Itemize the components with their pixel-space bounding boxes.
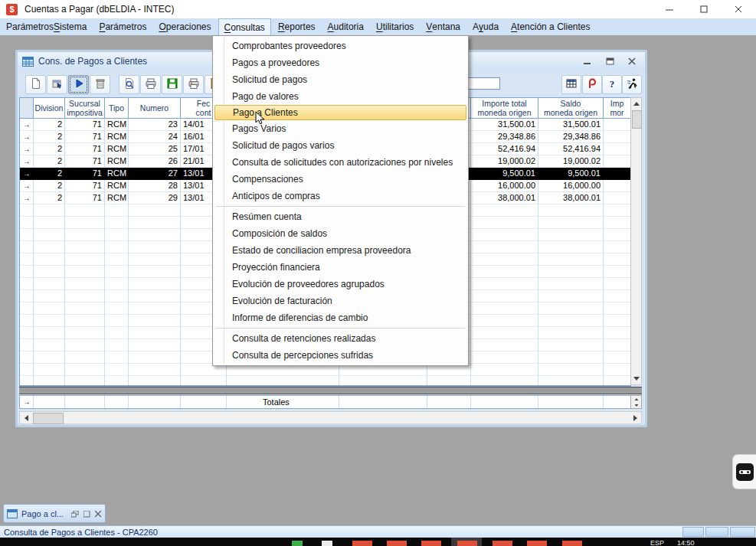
table-cell[interactable] (471, 229, 538, 241)
menubar-item-utilitarios[interactable]: Utilitarios (371, 18, 419, 35)
child-close-button[interactable] (627, 56, 637, 67)
table-cell[interactable] (604, 266, 631, 278)
table-cell[interactable]: 27 (129, 168, 181, 180)
table-cell[interactable] (538, 278, 604, 290)
table-cell[interactable]: → (20, 180, 34, 192)
table-cell[interactable] (34, 315, 65, 327)
table-cell[interactable] (604, 168, 631, 180)
table-cell[interactable] (105, 327, 129, 339)
column-header-division[interactable]: Division (34, 98, 65, 119)
table-cell[interactable] (105, 241, 129, 253)
menu-item-pago-de-valores[interactable]: Pago de valores (214, 88, 466, 105)
table-cell[interactable]: 2 (34, 180, 65, 192)
table-cell[interactable] (20, 339, 34, 351)
table-cell[interactable] (538, 241, 604, 253)
table-cell[interactable] (129, 315, 181, 327)
minimized-restore-button[interactable] (71, 507, 79, 521)
menu-item-pagos-a-proveedores[interactable]: Pagos a proveedores (214, 54, 466, 71)
child-restore-button[interactable] (604, 56, 615, 67)
taskbar-app-icon[interactable] (292, 541, 303, 546)
table-cell[interactable] (105, 339, 129, 351)
maximize-button[interactable] (687, 0, 722, 18)
table-cell[interactable] (105, 290, 129, 302)
table-cell[interactable] (538, 229, 604, 241)
column-header-0[interactable] (20, 98, 34, 119)
table-cell[interactable] (227, 376, 339, 387)
table-cell[interactable] (604, 315, 631, 327)
table-cell[interactable]: 16,000.00 (538, 180, 604, 192)
table-cell[interactable] (20, 327, 34, 339)
table-cell[interactable]: 29,348.86 (471, 131, 538, 143)
menubar-item-consultas[interactable]: Consultas (218, 18, 271, 35)
table-cell[interactable]: → (20, 192, 34, 204)
menu-item-consulta-de-percepciones-sufridas[interactable]: Consulta de percepciones sufridas (214, 347, 466, 364)
edit-record-button[interactable] (47, 75, 67, 94)
table-cell[interactable]: 28 (129, 180, 181, 192)
table-cell[interactable] (604, 192, 631, 204)
menubar-item-atencion-a-clientes[interactable]: Atención a Clientes (506, 18, 595, 35)
table-cell[interactable] (129, 241, 181, 253)
horizontal-scrollbar-thumb[interactable] (33, 413, 64, 424)
table-cell[interactable]: 2 (34, 192, 65, 204)
child-minimize-button[interactable] (582, 56, 593, 67)
menu-item-evolucion-de-proveedores-agrupados[interactable]: Evolución de proveedores agrupados (214, 276, 466, 293)
table-cell[interactable]: 29 (129, 192, 181, 204)
table-cell[interactable]: 23 (129, 119, 181, 131)
table-cell[interactable] (65, 376, 105, 387)
grid-view-button[interactable] (561, 75, 581, 94)
table-cell[interactable] (65, 290, 105, 302)
table-cell[interactable] (604, 131, 631, 143)
table-cell[interactable] (65, 351, 105, 364)
table-cell[interactable] (471, 339, 538, 351)
table-cell[interactable] (20, 302, 34, 315)
table-cell[interactable]: → (20, 168, 34, 180)
table-cell[interactable] (20, 266, 34, 278)
table-cell[interactable] (65, 278, 105, 290)
table-cell[interactable] (34, 327, 65, 339)
table-cell[interactable] (604, 339, 631, 351)
taskbar-app-icon[interactable] (493, 541, 512, 546)
table-cell[interactable] (538, 351, 604, 364)
graph-button[interactable] (582, 75, 602, 94)
table-cell[interactable] (34, 278, 65, 290)
table-cell[interactable] (427, 376, 471, 387)
delete-record-button[interactable] (90, 75, 110, 94)
menu-item-comprobantes-proveedores[interactable]: Comprobantes proveedores (214, 38, 466, 54)
table-cell[interactable] (129, 266, 181, 278)
table-cell[interactable] (538, 290, 604, 302)
table-cell[interactable]: 71 (65, 192, 105, 204)
table-cell[interactable]: 38,000.01 (471, 192, 538, 204)
table-cell[interactable] (471, 217, 538, 229)
table-cell[interactable] (34, 364, 65, 376)
table-cell[interactable]: 24 (129, 131, 181, 143)
table-cell[interactable] (471, 278, 538, 290)
table-cell[interactable] (538, 266, 604, 278)
table-cell[interactable] (20, 217, 34, 229)
table-cell[interactable] (471, 253, 538, 266)
table-cell[interactable] (34, 302, 65, 315)
table-cell[interactable] (34, 290, 65, 302)
table-cell[interactable] (34, 376, 65, 387)
table-cell[interactable]: 2 (34, 168, 65, 180)
table-cell[interactable] (604, 204, 631, 217)
table-cell[interactable] (604, 253, 631, 266)
table-cell[interactable] (538, 315, 604, 327)
table-cell[interactable] (604, 376, 631, 387)
table-cell[interactable] (20, 229, 34, 241)
table-cell[interactable] (34, 351, 65, 364)
menu-item-consulta-de-retenciones-realizadas[interactable]: Consulta de retenciones realizadas (214, 330, 466, 347)
taskbar-app-icon[interactable] (562, 541, 582, 546)
save-button[interactable] (162, 75, 182, 94)
taskbar-clock[interactable]: 14:50 (677, 539, 695, 546)
taskbar-app-icon[interactable] (352, 541, 372, 546)
taskbar-language[interactable]: ESP (650, 539, 664, 546)
column-header-importe-total-moneda-origen[interactable]: Importe totalmoneda origen (471, 98, 538, 119)
table-cell[interactable] (129, 290, 181, 302)
scroll-left-button[interactable] (20, 412, 32, 423)
table-cell[interactable] (105, 278, 129, 290)
table-cell[interactable]: 29,348.86 (538, 131, 604, 143)
menu-item-anticipos-de-compras[interactable]: Anticipos de compras (214, 188, 466, 204)
table-cell[interactable]: 2 (34, 119, 65, 131)
table-cell[interactable] (34, 241, 65, 253)
table-cell[interactable] (105, 302, 129, 315)
